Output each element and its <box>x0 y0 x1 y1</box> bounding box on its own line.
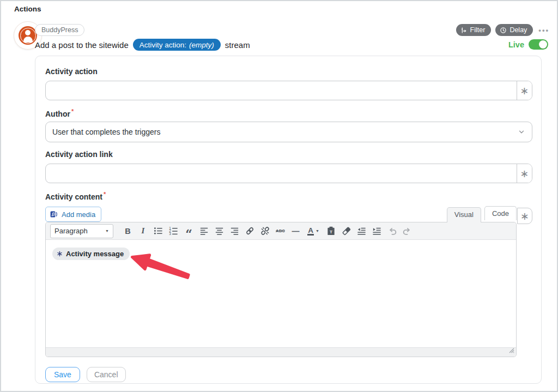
media-icon <box>50 210 58 219</box>
undo-button[interactable] <box>385 224 399 238</box>
save-button[interactable]: Save <box>45 367 80 382</box>
caret-down-icon: ▼ <box>105 229 109 233</box>
token-icon <box>57 251 63 257</box>
editor-content-area[interactable]: Activity message <box>46 240 516 347</box>
author-label: Author* <box>45 108 532 117</box>
token-asterisk-button[interactable]: ∗ <box>517 208 532 224</box>
author-select[interactable]: User that completes the triggers <box>45 122 532 142</box>
token-asterisk-button[interactable]: ∗ <box>517 81 532 100</box>
cancel-button[interactable]: Cancel <box>87 367 126 382</box>
activity-action-input[interactable] <box>46 81 517 100</box>
add-media-button[interactable]: Add media <box>45 207 101 222</box>
editor-toolbar-buttons: BI123“ABC—A▼T <box>120 224 415 238</box>
filter-icon <box>460 27 468 34</box>
strikethrough-button[interactable]: ABC <box>273 224 288 238</box>
editor-toolbar: Paragraph ▼ BI123“ABC—A▼T <box>46 222 516 240</box>
chevron-down-icon <box>518 128 525 136</box>
token-asterisk-button[interactable]: ∗ <box>517 164 532 183</box>
resize-grip[interactable] <box>509 346 514 355</box>
action-config-card: Activity action ∗ Author* User that comp… <box>35 56 542 384</box>
paste-as-text-button[interactable]: T <box>324 224 338 238</box>
horizontal-rule-button[interactable]: — <box>288 224 303 238</box>
text-color-button[interactable]: A▼ <box>304 224 323 238</box>
svg-text:T: T <box>330 230 332 234</box>
align-right-button[interactable] <box>227 224 242 238</box>
required-asterisk: * <box>104 191 106 197</box>
redo-button[interactable] <box>400 224 415 238</box>
bold-button[interactable]: B <box>120 224 135 238</box>
activity-action-link-input[interactable] <box>46 164 517 183</box>
required-asterisk: * <box>71 108 74 114</box>
toggle-knob <box>539 40 547 49</box>
more-options-button[interactable]: ••• <box>538 26 549 34</box>
paragraph-format-select[interactable]: Paragraph ▼ <box>50 224 113 238</box>
page-title: Actions <box>14 5 41 13</box>
activity-action-field: ∗ <box>45 81 532 100</box>
align-center-button[interactable] <box>212 224 227 238</box>
outdent-button[interactable] <box>354 224 369 238</box>
actions-panel: Actions BuddyPress Filter Delay ••• <box>0 0 558 392</box>
clear-formatting-button[interactable] <box>339 224 354 238</box>
activity-action-token-pill[interactable]: Activity action: (empty) <box>133 39 221 51</box>
unlink-button[interactable] <box>258 224 272 238</box>
activity-message-token-chip[interactable]: Activity message <box>52 248 130 260</box>
tab-code[interactable]: Code <box>484 206 517 220</box>
italic-button[interactable]: I <box>136 224 150 238</box>
activity-action-label: Activity action <box>45 67 532 76</box>
delay-button[interactable]: Delay <box>495 24 533 36</box>
activity-content-label: Activity content* <box>45 191 532 200</box>
numbered-list-button[interactable]: 123 <box>166 224 181 238</box>
indent-button[interactable] <box>369 224 384 238</box>
bulleted-list-button[interactable] <box>151 224 166 238</box>
tab-visual[interactable]: Visual <box>447 207 481 222</box>
live-toggle[interactable] <box>529 39 548 50</box>
svg-text:3: 3 <box>169 232 171 236</box>
buddypress-icon <box>19 26 37 45</box>
activity-action-link-field: ∗ <box>45 164 532 183</box>
integration-badge: BuddyPress <box>35 24 84 36</box>
rich-text-editor: Paragraph ▼ BI123“ABC—A▼T <box>45 222 517 357</box>
clock-icon <box>500 27 507 34</box>
align-left-button[interactable] <box>197 224 211 238</box>
blockquote-button[interactable]: “ <box>181 224 196 238</box>
filter-button[interactable]: Filter <box>456 24 492 36</box>
live-status-label: Live <box>508 40 524 49</box>
link-button[interactable] <box>242 224 257 238</box>
activity-action-link-label: Activity action link <box>45 150 532 159</box>
action-sentence: Add a post to the sitewide Activity acti… <box>35 39 250 51</box>
editor-statusbar <box>46 347 516 357</box>
